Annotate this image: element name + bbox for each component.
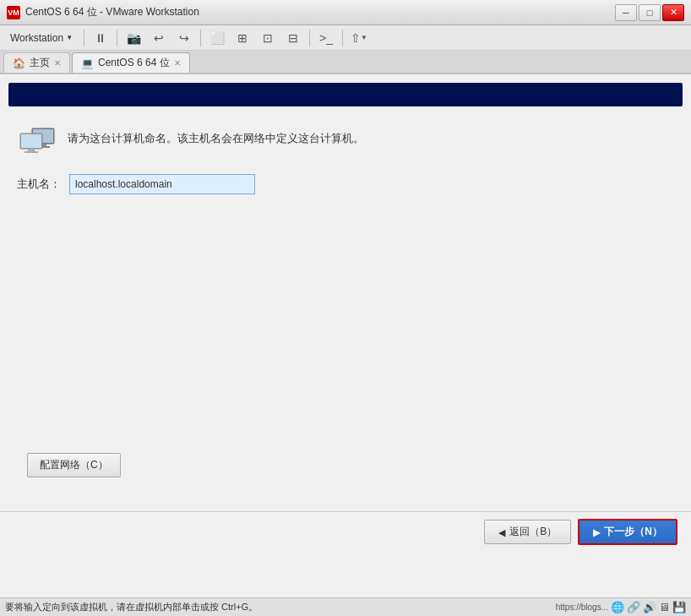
computer-icon	[17, 123, 57, 157]
back-label: 返回（B）	[509, 525, 557, 539]
status-url: https://blogs...	[556, 602, 608, 612]
separator-2	[117, 30, 117, 46]
hostname-label: 主机名：	[17, 177, 61, 192]
home-tab[interactable]: 🏠 主页 ✕	[3, 52, 70, 73]
back-arrow-icon	[498, 526, 505, 538]
title-bar-left: VM CentOS 6 64 位 - VMware Workstation	[7, 5, 199, 19]
computers-svg	[17, 123, 57, 157]
main-content: 请为这台计算机命名。该主机名会在网络中定义这台计算机。 主机名： 配置网络（C）…	[0, 74, 691, 552]
status-message: 要将输入定向到该虚拟机，请在虚拟机内部单击或按 Ctrl+G。	[5, 601, 258, 613]
config-row: 配置网络（C）	[14, 446, 134, 484]
tabs-bar: 🏠 主页 ✕ 💻 CentOS 6 64 位 ✕	[0, 51, 691, 74]
vm-status-icon: 💾	[672, 601, 686, 613]
full-screen-button[interactable]: ⬜	[205, 28, 229, 48]
menu-bar: Workstation ⏸ 📷 ↩ ↪ ⬜ ⊞ ⊡ ⊟ >_ ⇧	[0, 25, 691, 51]
window-title: CentOS 6 64 位 - VMware Workstation	[25, 5, 199, 19]
separator-4	[309, 30, 310, 46]
pause-button[interactable]: ⏸	[89, 28, 112, 48]
maximize-button[interactable]: □	[639, 4, 661, 21]
connection-icon: 🔗	[627, 601, 640, 613]
next-label: 下一步（N）	[604, 525, 662, 539]
network-icon: 🌐	[611, 601, 624, 613]
separator-1	[84, 30, 84, 46]
minimize-button[interactable]: ─	[615, 4, 637, 21]
key-button[interactable]: ⊟	[281, 28, 305, 48]
app-icon: VM	[7, 6, 20, 19]
home-tab-label: 主页	[30, 56, 50, 70]
workstation-menu[interactable]: Workstation	[3, 29, 79, 47]
close-button[interactable]: ✕	[662, 4, 684, 21]
send-button[interactable]: ⇧	[347, 28, 371, 48]
description-text: 请为这台计算机命名。该主机名会在网络中定义这台计算机。	[68, 123, 364, 148]
svg-rect-6	[28, 149, 35, 151]
vm-tab-close[interactable]: ✕	[174, 58, 181, 68]
config-network-button[interactable]: 配置网络（C）	[27, 453, 121, 477]
snapshot-button[interactable]: 📷	[122, 28, 145, 48]
sound-icon: 🔊	[643, 601, 656, 613]
next-arrow-icon	[593, 526, 600, 538]
description-row: 请为这台计算机命名。该主机名会在网络中定义这台计算机。	[17, 123, 674, 157]
title-bar: VM CentOS 6 64 位 - VMware Workstation ─ …	[0, 0, 691, 25]
status-bar: 要将输入定向到该虚拟机，请在虚拟机内部单击或按 Ctrl+G。 https://…	[0, 597, 691, 616]
snapshot2-button[interactable]: ↪	[172, 28, 196, 48]
title-bar-buttons: ─ □ ✕	[615, 4, 684, 21]
separator-3	[200, 30, 201, 46]
svg-rect-5	[21, 134, 41, 148]
split-screen-button[interactable]: ⊞	[231, 28, 254, 48]
form-row: 主机名：	[17, 174, 674, 194]
vm-tab-icon: 💻	[81, 57, 94, 69]
vm-tab-label: CentOS 6 64 位	[98, 56, 170, 70]
home-tab-close[interactable]: ✕	[54, 58, 61, 68]
progress-banner	[8, 83, 683, 106]
terminal-button[interactable]: >_	[314, 28, 338, 48]
nav-buttons-row: 返回（B） 下一步（N）	[0, 511, 691, 552]
svg-rect-7	[24, 151, 38, 153]
home-icon: 🏠	[13, 57, 25, 69]
stretch-button[interactable]: ⊡	[256, 28, 280, 48]
revert-button[interactable]: ↩	[147, 28, 171, 48]
back-button[interactable]: 返回（B）	[484, 520, 571, 544]
vm-tab[interactable]: 💻 CentOS 6 64 位 ✕	[72, 52, 190, 73]
separator-5	[342, 30, 343, 46]
content-area: 请为这台计算机命名。该主机名会在网络中定义这台计算机。 主机名：	[0, 106, 691, 220]
status-right-icons: https://blogs... 🌐 🔗 🔊 🖥 💾	[556, 601, 686, 613]
next-button[interactable]: 下一步（N）	[578, 519, 677, 545]
hostname-input[interactable]	[69, 174, 255, 194]
display-icon: 🖥	[659, 601, 670, 613]
